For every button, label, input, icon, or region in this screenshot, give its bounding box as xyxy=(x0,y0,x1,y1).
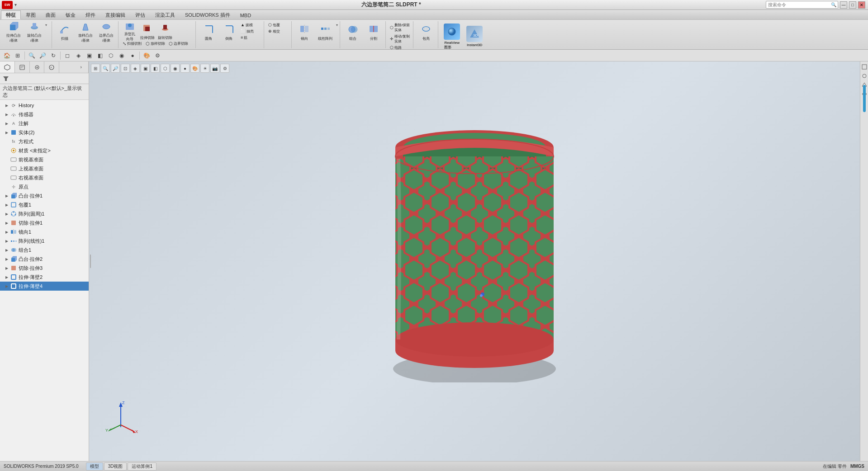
tab-sketch[interactable]: 草图 xyxy=(21,10,41,19)
tree-item-right-plane[interactable]: ▶ 右视基准面 xyxy=(0,173,89,182)
ext-cut-button[interactable]: 拉伸切除 xyxy=(139,22,156,40)
tab-sheetmetal[interactable]: 钣金 xyxy=(61,10,81,19)
expand-solid[interactable]: ▶ xyxy=(4,129,10,136)
boss-extrude-button[interactable]: 拉伸凸台/基体 xyxy=(4,22,24,42)
delete-body-button[interactable]: ⬡ 删除/保留实体 xyxy=(389,22,411,33)
hole-button[interactable]: 异型孔向导 xyxy=(121,22,138,40)
tree-item-shell1[interactable]: ▶ 包覆1 xyxy=(0,200,89,209)
tab-addins[interactable]: SOLIDWORKS 插件 xyxy=(180,10,235,19)
expand-cut1[interactable]: ▶ xyxy=(4,220,10,226)
apply-scene-button[interactable]: 🎨 xyxy=(142,51,152,61)
tree-item-pattern-circ1[interactable]: ▶ 阵列(圆周)1 xyxy=(0,209,89,218)
chamfer-button[interactable]: 倒角 xyxy=(219,22,239,42)
panel-tab-config[interactable] xyxy=(30,61,45,73)
intersect-button[interactable]: ⊕ 相交 xyxy=(267,28,289,34)
expand-front-plane[interactable]: ▶ xyxy=(4,156,10,163)
right-icon-1[interactable] xyxy=(861,63,868,71)
vt-scene[interactable]: ● xyxy=(180,64,190,73)
expand-shell4[interactable]: ▶ xyxy=(4,283,10,289)
expand-sensor[interactable]: ▶ xyxy=(4,111,10,118)
revolve-cut-button[interactable]: 旋转切除 xyxy=(157,22,174,40)
pattern-expand[interactable]: ▾ xyxy=(336,22,338,42)
resize-handle[interactable] xyxy=(89,61,92,461)
tree-item-material[interactable]: ▶ 材质 <未指定> xyxy=(0,146,89,155)
3d-model[interactable] xyxy=(361,89,588,382)
expand-annotation[interactable]: ▶ xyxy=(4,120,10,127)
expand-mirror1[interactable]: ▶ xyxy=(4,229,10,235)
expand-shell2[interactable]: ▶ xyxy=(4,274,10,280)
expand-boss1[interactable]: ▶ xyxy=(4,193,10,199)
search-input[interactable] xyxy=(766,2,831,7)
tree-item-sensor[interactable]: ▶ 传感器 xyxy=(0,110,89,119)
command-search[interactable]: 🔍 xyxy=(766,1,838,9)
scene-button[interactable]: ● xyxy=(128,51,138,61)
tree-item-combine1[interactable]: ▶ 组合1 xyxy=(0,245,89,254)
zoom-in-button[interactable]: 🔍 xyxy=(27,51,37,61)
vt-shaded[interactable]: ⬡ xyxy=(161,64,170,73)
view-palette-button[interactable]: ▣ xyxy=(84,51,94,61)
tab-direct-edit[interactable]: 直接编辑 xyxy=(100,10,130,19)
tab-weldment[interactable]: 焊件 xyxy=(81,10,100,19)
status-tab-model[interactable]: 模型 xyxy=(86,462,103,471)
vt-color[interactable]: 🎨 xyxy=(190,64,199,73)
loft-cut-button[interactable]: ⬡ 放样切除 xyxy=(144,41,167,47)
tree-item-shell4[interactable]: ▶ 拉伸·薄壁4 xyxy=(0,282,89,291)
tree-item-top-plane[interactable]: ▶ 上视基准面 xyxy=(0,164,89,173)
tree-item-history[interactable]: ▶ ⟳ History xyxy=(0,101,89,110)
restore-button[interactable]: □ xyxy=(849,1,856,9)
viewport[interactable]: ⊞ 🔍 🔎 ⊡ ◈ ▣ ◧ ⬡ ◉ ● 🎨 ☀ 📷 ⚙ xyxy=(89,61,860,461)
section-view-button[interactable]: ◈ xyxy=(73,51,83,61)
display-mode-button[interactable]: ◧ xyxy=(95,51,105,61)
panel-expand-btn[interactable]: › xyxy=(74,61,89,73)
boundary-cut-button[interactable]: ⬡ 边界切除 xyxy=(167,41,190,47)
draft-button[interactable]: ▲ 拔模 xyxy=(239,22,262,28)
tab-render[interactable]: 渲染工具 xyxy=(150,10,180,19)
tree-item-boss1[interactable]: ▶ 凸台·拉伸1 xyxy=(0,191,89,200)
zoom-to-fit-button[interactable]: ⊞ xyxy=(13,51,23,61)
boundary-button[interactable]: 边界凸台/基体 xyxy=(96,22,116,42)
rib-button[interactable]: ≡ 筋 xyxy=(239,35,262,41)
hide-show-button[interactable]: ⬡ xyxy=(106,51,116,61)
appearance-button[interactable]: ◉ xyxy=(117,51,127,61)
tree-item-mirror1[interactable]: ▶ 镜向1 xyxy=(0,227,89,236)
tree-item-cut2[interactable]: ▶ 切除·拉伸3 xyxy=(0,264,89,273)
vt-appearance[interactable]: ◉ xyxy=(171,64,180,73)
zoom-out-button[interactable]: 🔎 xyxy=(38,51,47,61)
tree-item-equation[interactable]: ▶ fx 方程式 xyxy=(0,137,89,146)
combine-button[interactable]: 组合 xyxy=(343,22,363,42)
tree-item-front-plane[interactable]: ▶ 前视基准面 xyxy=(0,155,89,164)
vt-view[interactable]: ▣ xyxy=(141,64,150,73)
rotate-button[interactable]: ↻ xyxy=(48,51,58,61)
tree-item-annotation[interactable]: ▶ A 注解 xyxy=(0,119,89,128)
realview-button[interactable]: RealView图形 xyxy=(441,22,463,50)
vt-settings[interactable]: ⚙ xyxy=(220,64,229,73)
vt-zoom-in[interactable]: 🔍 xyxy=(101,64,110,73)
expand-shell1[interactable]: ▶ xyxy=(4,202,10,208)
status-tab-3dview[interactable]: 3D视图 xyxy=(104,462,127,471)
filter-icon[interactable] xyxy=(2,75,10,83)
panel-tab-properties[interactable] xyxy=(15,61,30,73)
vt-display[interactable]: ◧ xyxy=(151,64,160,73)
tab-evaluate[interactable]: 评估 xyxy=(130,10,150,19)
vt-zoom-fit[interactable]: ⊞ xyxy=(91,64,100,73)
close-button[interactable]: ✕ xyxy=(858,1,865,9)
panel-tab-extra[interactable]: + xyxy=(44,61,59,73)
status-tab-motion[interactable]: 运动算例1 xyxy=(128,462,157,471)
move-copy-button[interactable]: ✛ 移动/复制实体 xyxy=(389,33,411,44)
wrap2-button[interactable]: 包亮 xyxy=(416,22,436,42)
expand-history[interactable]: ▶ xyxy=(4,102,10,108)
tree-item-solid[interactable]: ▶ 实体(2) xyxy=(0,128,89,137)
loft-button[interactable]: 放样凸台/基体 xyxy=(76,22,95,42)
home-button[interactable]: 🏠 xyxy=(2,51,12,61)
expand-combine1[interactable]: ▶ xyxy=(4,247,10,253)
linear-pattern-button[interactable]: 线性阵列 xyxy=(315,22,335,42)
expand-origin[interactable]: ▶ xyxy=(4,184,10,190)
vt-zoom-out[interactable]: 🔎 xyxy=(111,64,120,73)
expand-pattern-circ1[interactable]: ▶ xyxy=(4,211,10,217)
circuit-button[interactable]: ⬡ 电路 xyxy=(389,45,411,50)
panel-tab-features[interactable] xyxy=(0,61,15,73)
view-settings-button[interactable]: ⚙ xyxy=(152,51,162,61)
mirror-button[interactable]: 镜向 xyxy=(294,22,314,42)
revolve-button[interactable]: 旋转凸台/基体 xyxy=(24,22,44,42)
expand-equation[interactable]: ▶ xyxy=(4,138,10,145)
